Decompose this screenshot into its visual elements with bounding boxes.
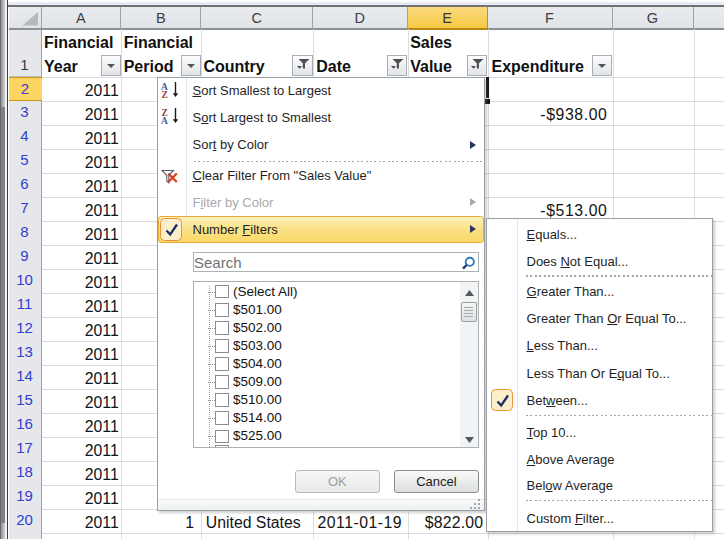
svg-text:A: A — [161, 116, 168, 125]
svg-text:Z: Z — [161, 90, 167, 99]
